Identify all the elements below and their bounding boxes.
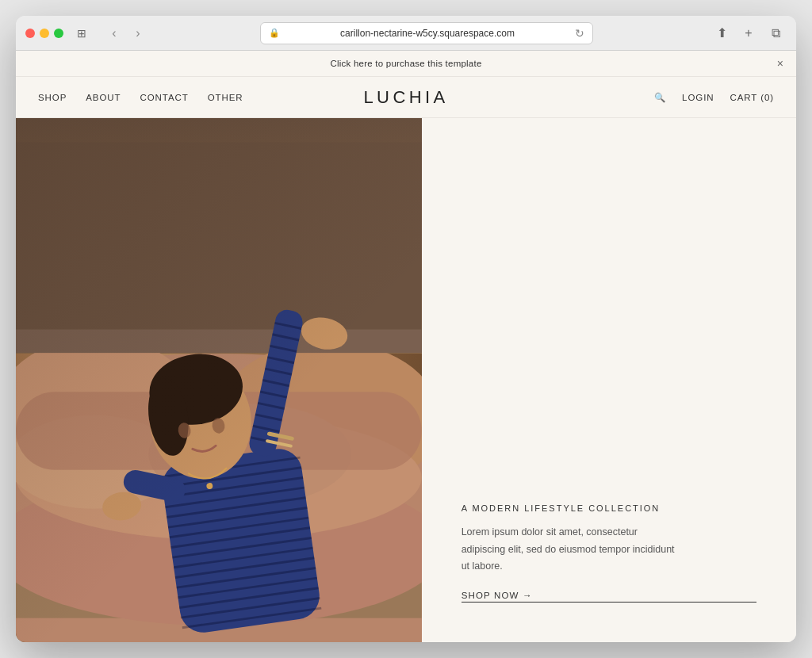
new-tab-button[interactable]: + [737, 22, 760, 44]
hero-section: A MODERN LIFESTYLE COLLECTION Lorem ipsu… [16, 118, 796, 642]
lock-icon: 🔒 [269, 28, 280, 38]
copy-tab-button[interactable]: ⧉ [764, 22, 787, 44]
address-bar[interactable]: 🔒 carillon-nectarine-w5cy.squarespace.co… [260, 22, 593, 44]
nav-center: LUCHIA [363, 87, 448, 108]
forward-icon: › [136, 26, 140, 40]
url-text: carillon-nectarine-w5cy.squarespace.com [285, 28, 570, 39]
hero-text-panel: A MODERN LIFESTYLE COLLECTION Lorem ipsu… [422, 118, 796, 642]
share-icon: ⬆ [717, 25, 727, 40]
cart-link[interactable]: CART (0) [730, 93, 775, 102]
copy-tab-icon: ⧉ [772, 26, 780, 40]
collection-label: A MODERN LIFESTYLE COLLECTION [462, 503, 756, 513]
nav-about[interactable]: ABOUT [86, 93, 121, 102]
main-navigation: SHOP ABOUT CONTACT OTHER LUCHIA 🔍 LOGIN … [16, 77, 796, 118]
forward-button[interactable]: › [127, 22, 149, 44]
navigation-buttons: ‹ › [103, 22, 149, 44]
share-button[interactable]: ⬆ [710, 22, 733, 44]
brand-logo: LUCHIA [363, 87, 448, 107]
hero-description: Lorem ipsum dolor sit amet, consectetur … [462, 524, 684, 575]
new-tab-icon: + [745, 26, 752, 40]
search-button[interactable]: 🔍 [654, 92, 666, 103]
banner-close-button[interactable]: × [777, 57, 783, 70]
hero-image [16, 118, 422, 642]
traffic-lights [25, 29, 63, 38]
hero-image-panel [16, 118, 422, 642]
search-icon: 🔍 [654, 93, 666, 102]
reload-button[interactable]: ↻ [575, 27, 584, 40]
browser-window: ⊞ ‹ › 🔒 carillon-nectarine-w5cy.squaresp… [16, 16, 796, 642]
banner-text: Click here to purchase this template [330, 59, 481, 68]
nav-left: SHOP ABOUT CONTACT OTHER [38, 93, 654, 102]
back-button[interactable]: ‹ [103, 22, 125, 44]
maximize-button[interactable] [54, 29, 63, 38]
title-bar: ⊞ ‹ › 🔒 carillon-nectarine-w5cy.squaresp… [16, 16, 796, 51]
close-button[interactable] [25, 29, 35, 38]
nav-contact[interactable]: CONTACT [140, 93, 189, 102]
nav-right: 🔍 LOGIN CART (0) [654, 92, 774, 103]
website-content: Click here to purchase this template × S… [16, 51, 796, 642]
purchase-banner[interactable]: Click here to purchase this template × [16, 51, 796, 77]
toolbar-actions: ⬆ + ⧉ [710, 22, 787, 44]
photo-background [16, 118, 422, 642]
shop-now-link[interactable]: SHOP NOW → [462, 591, 756, 603]
nav-shop[interactable]: SHOP [38, 93, 67, 102]
back-icon: ‹ [112, 26, 116, 40]
photo-overlay [16, 118, 422, 642]
sidebar-toggle-button[interactable]: ⊞ [73, 25, 90, 42]
window-controls: ⊞ [73, 25, 90, 42]
minimize-button[interactable] [40, 29, 49, 38]
login-link[interactable]: LOGIN [682, 93, 714, 102]
nav-other[interactable]: OTHER [208, 93, 243, 102]
